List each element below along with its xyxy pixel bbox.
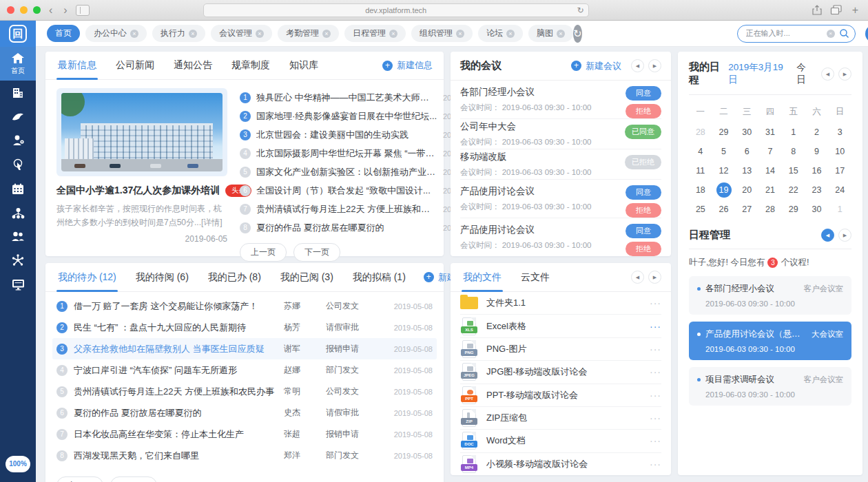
tab-close-icon[interactable]: × bbox=[322, 30, 331, 38]
workspace-tab[interactable]: 论坛 × bbox=[478, 25, 523, 42]
more-actions-icon[interactable]: ··· bbox=[650, 412, 661, 423]
todo-tab[interactable]: 我的待阅 (6) bbox=[134, 264, 190, 291]
schedule-item[interactable]: 项目需求调研会议 客户会议室 2019-06-03 09:30 - 10:00 bbox=[689, 367, 851, 406]
address-bar[interactable]: dev.xplatform.tech ↻ bbox=[203, 3, 589, 17]
prev-month-icon[interactable]: ◀ bbox=[821, 67, 834, 81]
todo-row[interactable]: 2 民生 “七有” ：盘点十九大回应的人民新期待 杨芳 请假审批 2019-05… bbox=[52, 317, 437, 338]
more-actions-icon[interactable]: ··· bbox=[650, 321, 661, 332]
sidebar-item-portal[interactable] bbox=[0, 273, 36, 297]
minimize-window-button[interactable] bbox=[20, 6, 28, 14]
news-list-item[interactable]: 8 夏衍的作品 夏衍故居在哪夏衍的 2019-05-08 bbox=[240, 218, 482, 237]
browser-back-icon[interactable]: ‹ bbox=[46, 5, 55, 16]
news-list-item[interactable]: 6 全国设计周（节）联合发起 “致敬中国设计... 2019-05-08 bbox=[240, 181, 482, 200]
calendar-day[interactable]: 7 bbox=[763, 144, 778, 159]
calendar-day[interactable]: 31 bbox=[763, 125, 778, 140]
calendar-day[interactable]: 21 bbox=[763, 182, 778, 198]
tab-close-icon[interactable]: × bbox=[256, 30, 264, 38]
next-arrow-icon[interactable]: ▶ bbox=[648, 59, 661, 72]
news-tab[interactable]: 最新信息 bbox=[56, 52, 98, 79]
today-button[interactable]: 今日 bbox=[796, 61, 814, 86]
todo-row[interactable]: 5 贵州清镇试行每月连上22天 方便上班族和农民办事 常明 公司发文 2019-… bbox=[52, 381, 437, 402]
news-list-item[interactable]: 1 独具匠心 中华精神——中国工艺美术大师作品... 2019-06-04 bbox=[240, 88, 482, 107]
file-row[interactable]: XLS Excel表格 ··· bbox=[460, 315, 661, 337]
files-tab[interactable]: 我的文件 bbox=[462, 264, 503, 291]
calendar-day[interactable]: 26 bbox=[716, 202, 732, 217]
calendar-day[interactable]: 1 bbox=[832, 202, 847, 217]
more-actions-icon[interactable]: ··· bbox=[650, 435, 661, 446]
sidebar-item-home[interactable]: 首页 bbox=[0, 47, 36, 81]
meeting-item[interactable]: 移动端改版 会议时间： 2019-06-03 09:30 - 10:00 已拒绝 bbox=[460, 149, 661, 180]
featured-news[interactable]: 全国中小学逾1.37亿人次参加课外培训 头条 孩子家长都辛苦，按照现行的作息时间… bbox=[56, 88, 227, 262]
file-row[interactable]: PPT PPT-移动端改版讨论会 ··· bbox=[460, 384, 661, 407]
agree-button[interactable]: 同意 bbox=[626, 224, 661, 238]
sidebar-item-hr[interactable] bbox=[0, 128, 36, 152]
calendar-day[interactable]: 17 bbox=[832, 163, 847, 178]
calendar-day[interactable]: 20 bbox=[739, 182, 754, 198]
workspace-tab[interactable]: 日程管理 × bbox=[344, 25, 406, 42]
todo-row[interactable]: 1 借一万 赔了一套房 这个交易能让你倾家荡产！ 苏娜 公司发文 2019-05… bbox=[52, 295, 437, 317]
tab-close-icon[interactable]: × bbox=[557, 30, 565, 38]
calendar-day[interactable]: 28 bbox=[763, 202, 778, 217]
tab-close-icon[interactable]: × bbox=[506, 30, 515, 38]
todo-row[interactable]: 8 西湖发现黑天鹅，它们来自哪里 郑洋 部门发文 2019-05-08 bbox=[52, 445, 437, 466]
zoom-window-button[interactable] bbox=[33, 6, 41, 14]
todo-row[interactable]: 7 日本化妆品高丝在华变策：停止本土化生产 张超 报销申请 2019-05-08 bbox=[52, 423, 437, 445]
news-tab[interactable]: 规章制度 bbox=[230, 52, 271, 79]
next-page-button[interactable]: 下一页 bbox=[110, 476, 157, 482]
todo-row[interactable]: 3 父亲在抢救他却在隔壁救别人 当事医生回应质疑 谢军 报销申请 2019-05… bbox=[52, 338, 437, 359]
file-row[interactable]: DOC Word文档 ··· bbox=[460, 430, 661, 452]
calendar-day[interactable]: 19 bbox=[716, 182, 732, 198]
clear-search-icon[interactable]: × bbox=[827, 30, 835, 38]
schedule-item[interactable]: 产品使用讨论会议（悬浮时） 大会议室 2019-06-03 09:30 - 10… bbox=[689, 322, 851, 360]
create-news-button[interactable]: + 新建信息 bbox=[382, 59, 433, 72]
todo-tab[interactable]: 我的拟稿 (1) bbox=[351, 264, 407, 291]
prev-arrow-icon[interactable]: ◀ bbox=[631, 271, 644, 284]
zoom-level-badge[interactable]: 100% bbox=[6, 456, 30, 472]
calendar-day[interactable]: 5 bbox=[716, 144, 732, 159]
news-tab[interactable]: 公司新闻 bbox=[114, 52, 156, 79]
files-tab[interactable]: 云文件 bbox=[519, 264, 551, 291]
workspace-tab[interactable]: 首页 bbox=[47, 25, 80, 42]
sidebar-item-meeting[interactable] bbox=[0, 152, 36, 177]
agree-button[interactable]: 同意 bbox=[626, 185, 661, 200]
calendar-day[interactable]: 4 bbox=[693, 144, 708, 159]
calendar-day[interactable]: 10 bbox=[832, 144, 847, 159]
workspace-tab[interactable]: 办公中心 × bbox=[85, 25, 147, 42]
calendar-day[interactable]: 30 bbox=[809, 202, 824, 217]
reject-button[interactable]: 拒绝 bbox=[626, 104, 661, 118]
tab-close-icon[interactable]: × bbox=[189, 30, 197, 38]
next-arrow-icon[interactable]: ▶ bbox=[838, 229, 851, 242]
news-tab[interactable]: 知识库 bbox=[288, 52, 320, 79]
workspace-tab[interactable]: 脑图 × bbox=[528, 25, 573, 42]
news-list-item[interactable]: 7 贵州清镇试行每月连上22天 方便上班族和农民办事 2019-05-08 bbox=[240, 200, 482, 218]
next-arrow-icon[interactable]: ▶ bbox=[648, 271, 661, 284]
sidebar-toggle-icon[interactable] bbox=[76, 5, 90, 16]
calendar-day[interactable]: 25 bbox=[693, 202, 708, 217]
messages-button[interactable]: 20 bbox=[865, 25, 868, 43]
calendar-day[interactable]: 2 bbox=[809, 125, 824, 140]
todo-row[interactable]: 4 宁波口岸引进 “汽车侦探” 问题车无所遁形 赵娜 部门发文 2019-05-… bbox=[52, 359, 437, 381]
news-tab[interactable]: 通知公告 bbox=[172, 52, 214, 79]
sidebar-item-collaboration[interactable] bbox=[0, 248, 36, 273]
prev-arrow-icon[interactable]: ◀ bbox=[631, 59, 644, 72]
news-list-item[interactable]: 5 国家文化产业创新实验区：以创新推动产业发展 2019-06-04 bbox=[240, 163, 482, 181]
schedule-item[interactable]: 各部门经理小会议 客户会议室 2019-06-03 09:30 - 10:00 bbox=[689, 276, 851, 315]
calendar-day[interactable]: 13 bbox=[739, 163, 754, 178]
tab-close-icon[interactable]: × bbox=[389, 30, 397, 38]
calendar-day[interactable]: 16 bbox=[809, 163, 824, 178]
calendar-day[interactable]: 3 bbox=[832, 125, 847, 140]
calendar-date[interactable]: 2019年3月19日 bbox=[728, 61, 789, 86]
more-actions-icon[interactable]: ··· bbox=[650, 459, 661, 470]
calendar-day[interactable]: 30 bbox=[739, 125, 754, 140]
calendar-day[interactable]: 6 bbox=[739, 144, 754, 159]
more-actions-icon[interactable]: ··· bbox=[650, 390, 661, 401]
meeting-item[interactable]: 公司年中大会 会议时间： 2019-06-03 09:30 - 10:00 已同… bbox=[460, 119, 661, 149]
workspace-tab[interactable]: 考勤管理 × bbox=[278, 25, 339, 42]
news-list-item[interactable]: 2 国家地理·经典影像盛宴首日展在中华世纪坛... 2019-06-04 bbox=[240, 107, 482, 125]
next-month-icon[interactable]: ▶ bbox=[838, 67, 851, 81]
news-list-item[interactable]: 4 北京国际摄影周中华世纪坛开幕 聚焦 “一带一路” 2019-06-04 bbox=[240, 144, 482, 163]
calendar-day[interactable]: 29 bbox=[786, 202, 801, 217]
prev-page-button[interactable]: 上一页 bbox=[56, 476, 103, 482]
calendar-day[interactable]: 29 bbox=[716, 125, 732, 140]
todo-tab[interactable]: 我的已办 (8) bbox=[207, 264, 262, 291]
